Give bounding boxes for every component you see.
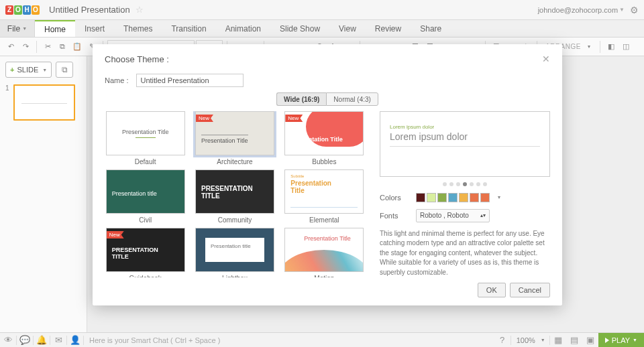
presentation-name-input[interactable] [136,74,244,87]
color-more-icon[interactable]: ▾ [498,194,500,200]
theme-motion[interactable]: Presentation Title Motion [284,228,365,277]
colors-label: Colors [380,194,408,202]
aspect-toggle: Wide (16:9) Normal (4:3) [105,92,550,106]
theme-community[interactable]: PRESENTATIONTITLE Community [194,169,275,224]
theme-lightbox[interactable]: Presentation title Lightbox [194,228,275,277]
theme-description: This light and minimal theme is perfect … [380,229,550,278]
fonts-label: Fonts [380,212,408,220]
modal-overlay: Choose Theme : ✕ Name : Wide (16:9) Norm… [0,0,644,347]
theme-guidebook[interactable]: NewPRESENTATIONTITLE Guidebook [105,228,186,277]
theme-preview-pane: Lorem ipsum dolor Lorem ipsum dolor Colo… [370,111,550,277]
aspect-normal-button[interactable]: Normal (4:3) [326,92,378,106]
theme-default[interactable]: Presentation Title Default [105,111,186,165]
theme-bubbles[interactable]: NewPresentation Title Bubbles [284,111,365,165]
theme-civil[interactable]: Presentation title Civil [105,169,186,224]
new-badge: New [196,115,213,122]
choose-theme-dialog: Choose Theme : ✕ Name : Wide (16:9) Norm… [93,44,562,305]
ok-button[interactable]: OK [478,283,506,297]
close-icon[interactable]: ✕ [542,54,550,64]
cancel-button[interactable]: Cancel [510,283,550,297]
theme-architecture[interactable]: NewPresentation Title Architecture [194,111,275,165]
preview-pager[interactable] [380,182,550,186]
new-badge: New [107,231,124,238]
new-badge: New [285,115,303,122]
font-select[interactable]: Roboto , Roboto▴▾ [416,209,490,222]
color-swatches[interactable] [416,193,490,202]
theme-preview: Lorem ipsum dolor Lorem ipsum dolor [380,111,550,177]
aspect-wide-button[interactable]: Wide (16:9) [276,92,326,106]
theme-grid[interactable]: Presentation Title Default NewPresentati… [105,111,370,277]
name-label: Name : [105,76,128,84]
theme-elemental[interactable]: SubtitlePresentation Title Elemental [284,169,365,224]
dialog-title: Choose Theme : [105,54,169,64]
